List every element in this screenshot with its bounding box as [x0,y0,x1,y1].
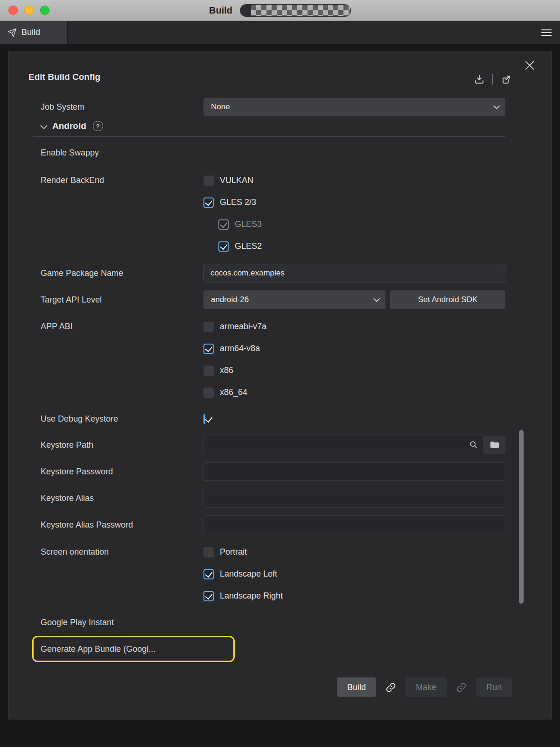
vertical-scrollbar[interactable] [519,430,524,604]
field-label: Game Package Name [41,268,203,278]
landscape-right-label[interactable]: Landscape Right [220,591,283,601]
x86-checkbox[interactable] [203,366,214,376]
field-label: Generate App Bundle (Googl... [41,644,203,654]
landscape-left-checkbox[interactable] [203,569,214,579]
link-icon-dim [456,682,467,693]
game-package-name-input[interactable] [203,264,505,282]
field-label: Job System [41,102,203,112]
chevron-down-icon [40,122,48,129]
use-debug-keystore-checkbox[interactable] [203,414,205,424]
tab-build-label: Build [21,28,40,37]
minimize-window-button[interactable] [24,6,34,15]
field-label: Target API Level [41,295,203,305]
form-content: Job System None Android Enable Swappy R [9,98,551,660]
field-label: Use Debug Keystore [41,414,203,424]
landscape-left-label[interactable]: Landscape Left [220,569,277,579]
zoom-window-button[interactable] [40,6,49,15]
arm64-v8a-label[interactable]: arm64-v8a [220,344,260,353]
gles2-label[interactable]: GLES2 [235,241,262,251]
field-label: Keystore Alias [41,493,203,503]
header-icons [474,74,512,85]
close-window-button[interactable] [8,6,18,15]
pixelation-mosaic [251,5,350,16]
field-label: Enable Swappy [41,148,203,158]
checkbox-option: armeabi-v7a [203,316,505,338]
close-icon[interactable] [523,59,536,72]
field-label: Render BackEnd [41,169,203,191]
form-row-job-system: Job System None [9,98,551,116]
panel-header: Edit Build Config [9,51,551,95]
armeabi-v7a-label[interactable]: armeabi-v7a [220,322,266,331]
armeabi-v7a-checkbox[interactable] [203,322,214,332]
field-label: Keystore Path [41,440,203,450]
form-row-render-backend: Render BackEnd VULKAN GLES 2/3 GLES3 GLE… [9,169,551,257]
tab-build[interactable]: Build [0,21,68,44]
gles23-checkbox[interactable] [203,197,214,208]
gles3-label: GLES3 [235,219,262,229]
job-system-value: None [211,102,230,112]
portrait-label[interactable]: Portrait [220,547,247,557]
target-api-level-value: android-26 [211,295,249,304]
gles2-checkbox[interactable] [218,241,229,252]
target-api-level-select[interactable]: android-26 [203,290,385,309]
field-label: Keystore Password [41,467,203,477]
form-row-app-abi: APP ABI armeabi-v7a arm64-v8a x86 x86_64 [9,316,551,403]
form-row-google-play-instant: Google Play Instant [9,612,551,634]
form-row-game-package-name: Game Package Name [9,264,551,282]
x86-64-label[interactable]: x86_64 [220,388,247,397]
traffic-lights [8,6,49,15]
chevron-down-icon [493,103,500,109]
set-android-sdk-button[interactable]: Set Android SDK [390,290,505,309]
run-button[interactable]: Run [476,677,512,697]
checkbox-option: VULKAN [203,169,505,191]
form-row-use-debug-keystore: Use Debug Keystore [9,408,551,430]
paper-plane-icon [7,28,17,37]
import-config-icon[interactable] [474,74,485,85]
make-button[interactable]: Make [406,677,447,697]
checkbox-option: Landscape Left [203,563,505,585]
panel-stage: Edit Build Config Job System [0,44,560,747]
vulkan-label[interactable]: VULKAN [220,176,253,185]
checkbox-option: GLES3 [218,213,505,235]
keystore-path-input[interactable] [204,436,469,454]
form-row-screen-orientation: Screen orientation Portrait Landscape Le… [9,541,551,607]
editor-tabbar: Build [0,21,560,44]
x86-label[interactable]: x86 [220,366,233,375]
section-android-header[interactable]: Android [9,119,551,134]
field-label: Screen orientation [41,541,203,563]
export-config-icon[interactable] [501,74,512,85]
redacted-text [240,4,351,17]
form-row-keystore-alias: Keystore Alias [9,489,551,507]
keystore-alias-password-input[interactable] [203,515,505,534]
chevron-down-icon [373,296,380,302]
checkbox-option: arm64-v8a [203,338,505,359]
checkbox-option: GLES 2/3 [203,191,505,213]
job-system-select[interactable]: None [203,98,505,116]
help-icon[interactable] [93,121,103,131]
panel-menu-button[interactable] [540,28,553,38]
link-icon[interactable] [385,682,396,693]
form-row-generate-app-bundle: Generate App Bundle (Googl... [9,638,551,660]
keystore-password-input[interactable] [203,462,505,481]
section-android-title: Android [52,121,86,131]
form-row-keystore-path: Keystore Path [9,436,551,454]
vulkan-checkbox[interactable] [203,176,214,186]
x86-64-checkbox[interactable] [203,388,214,398]
checkbox-option: GLES2 [218,235,505,257]
checkbox-option: Portrait [203,541,505,563]
gles23-label[interactable]: GLES 2/3 [220,197,256,207]
landscape-right-checkbox[interactable] [203,591,214,601]
panel-title: Edit Build Config [28,72,551,82]
arm64-v8a-checkbox[interactable] [203,344,214,354]
checkbox-option: x86_64 [203,381,505,403]
folder-icon[interactable] [483,436,505,454]
search-icon[interactable] [469,440,479,450]
build-button[interactable]: Build [337,677,376,697]
field-label: Google Play Instant [41,618,203,627]
keystore-alias-input[interactable] [203,489,505,507]
portrait-checkbox[interactable] [203,547,214,557]
window-titlebar: Build [0,0,560,21]
footer-actions: Build Make Run [337,677,512,697]
window-title-group: Build [209,4,351,17]
section-divider [33,136,505,137]
